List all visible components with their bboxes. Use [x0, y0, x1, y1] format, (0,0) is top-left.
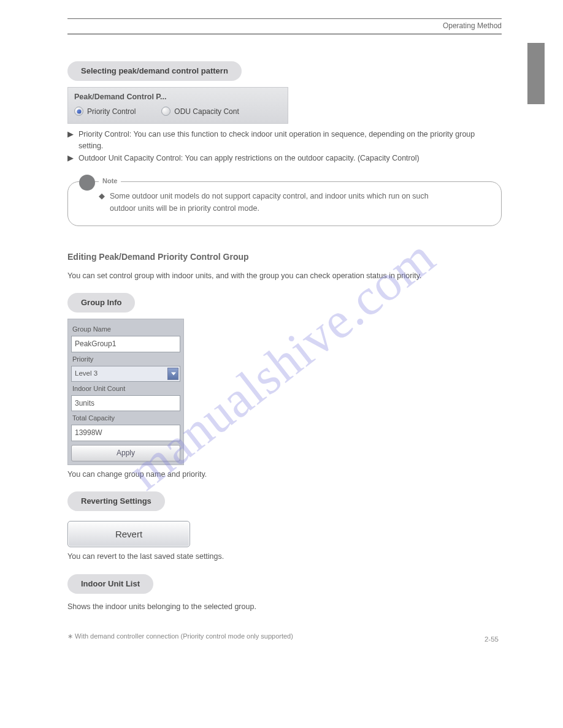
chevron-down-icon	[171, 372, 176, 375]
group-name-field[interactable]: PeakGroup1	[71, 336, 180, 352]
bullet-icon: ▶	[67, 129, 74, 140]
peak-demand-panel-title: Peak/Demand Control P...	[74, 91, 282, 103]
page-number: 2-55	[484, 635, 499, 643]
side-tab	[527, 43, 545, 104]
note-label: Note	[99, 176, 121, 186]
indoor-list-desc: Shows the indoor units belonging to the …	[67, 601, 502, 613]
heading-edit-group: Editing Peak/Demand Priority Control Gro…	[67, 251, 502, 264]
group-info-desc: You can change group name and priority.	[67, 469, 502, 480]
bullet-icon: ▶	[67, 153, 74, 164]
priority-label: Priority	[72, 354, 180, 365]
pill-select-pattern: Selecting peak/demand control pattern	[67, 61, 242, 81]
apply-button[interactable]: Apply	[71, 445, 180, 461]
group-name-label: Group Name	[72, 324, 180, 335]
priority-select[interactable]: Level 3	[71, 366, 180, 382]
header-rule	[67, 34, 502, 34]
header-right: Operating Method	[443, 21, 502, 30]
revert-desc: You can revert to the last saved state s…	[67, 551, 502, 563]
note-dot-icon	[79, 175, 95, 191]
total-capacity-field: 13998W	[71, 425, 180, 441]
radio-priority-control-label: Priority Control	[87, 106, 136, 118]
group-info-panel: Group Name PeakGroup1 Priority Level 3 I…	[67, 319, 184, 464]
radio-unselected-icon	[161, 107, 170, 116]
pill-group-info: Group Info	[67, 293, 135, 313]
pill-revert-settings: Reverting Settings	[67, 491, 165, 511]
header-bar: Operating Method	[67, 18, 502, 30]
edit-group-intro: You can set control group with indoor un…	[67, 270, 502, 282]
radio-odu-capacity-label: ODU Capacity Cont	[174, 106, 239, 118]
revert-button[interactable]: Revert	[67, 521, 190, 547]
indoor-count-field: 3units	[71, 395, 180, 412]
note-box: Note ◆ Some outdoor unit models do not s…	[67, 181, 502, 226]
radio-odu-capacity[interactable]: ODU Capacity Cont	[161, 106, 239, 118]
radio-selected-icon	[74, 107, 83, 116]
total-capacity-label: Total Capacity	[72, 413, 180, 423]
priority-value: Level 3	[75, 370, 98, 377]
bullet-priority-control: ▶ Priority Control: You can use this fun…	[67, 129, 502, 153]
pill-indoor-list: Indoor Unit List	[67, 574, 153, 594]
radio-priority-control[interactable]: Priority Control	[74, 106, 136, 118]
note-line2: outdoor units will be in priority contro…	[110, 204, 259, 213]
peak-demand-panel: Peak/Demand Control P... Priority Contro…	[67, 87, 288, 124]
indoor-count-label: Indoor Unit Count	[72, 384, 180, 394]
footnote: ∗ With demand controller connection (Pri…	[67, 631, 502, 642]
note-line1: Some outdoor unit models do not support …	[110, 192, 429, 200]
bullet-odu-capacity: ▶ Outdoor Unit Capacity Control: You can…	[67, 153, 502, 164]
bullet-icon: ◆	[99, 191, 105, 202]
